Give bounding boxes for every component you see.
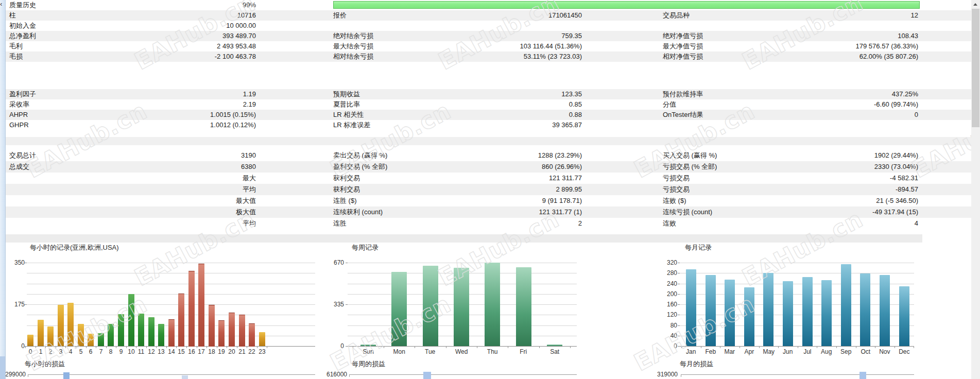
y-axis-label: 670 — [321, 259, 344, 266]
x-axis-label: Sun — [353, 348, 384, 355]
axis-line — [681, 374, 914, 375]
row-label: 连续亏损 (count) — [663, 206, 772, 218]
chart-bar — [783, 281, 793, 346]
row-label: 毛利 — [5, 41, 128, 51]
y-axis-label: 120 — [655, 311, 677, 318]
vertical-scrollbar[interactable] — [971, 0, 980, 379]
row-gap — [256, 21, 333, 31]
x-tick — [166, 346, 167, 348]
row-value: 9 (91 178.71) — [463, 195, 582, 206]
y-axis-label: 40 — [655, 332, 677, 339]
y-axis-label: 160 — [655, 301, 677, 308]
x-axis-label: Mon — [384, 348, 415, 355]
row-value: 21 (-5 346.50) — [772, 195, 918, 206]
y-tick — [25, 263, 27, 263]
table-row: 初始入金10 000.00 — [5, 21, 971, 31]
y-axis-label: 335 — [321, 301, 344, 308]
row-value — [772, 120, 918, 130]
row-gap — [582, 31, 663, 41]
x-tick — [759, 346, 760, 348]
row-label — [5, 206, 128, 218]
chart-bar — [63, 372, 70, 379]
y-axis-label: 80 — [655, 322, 677, 329]
row-value: 极大值 — [128, 206, 256, 218]
row-label: 盈利因子 — [5, 89, 128, 99]
y-axis-label: 175 — [5, 301, 25, 308]
chart-bar — [259, 332, 265, 346]
x-tick — [45, 346, 46, 348]
y-tick — [678, 284, 680, 284]
row-value: 4 — [772, 218, 918, 229]
row-label: 连败 — [663, 218, 772, 229]
row-gap — [582, 218, 663, 229]
chart-bar — [218, 320, 225, 347]
x-axis-label: 23 — [256, 348, 268, 355]
x-axis-label: Sep — [836, 348, 856, 355]
row-label: 绝对结余亏损 — [333, 31, 463, 41]
row-label: 总成交 — [5, 161, 128, 173]
row-gap — [256, 51, 333, 62]
gridline — [680, 273, 914, 273]
table-spacer-band — [5, 137, 971, 145]
x-tick — [740, 346, 740, 348]
row-value: 1.0015 (0.15%) — [128, 110, 256, 120]
row-label: LR 相关性 — [333, 110, 463, 120]
chart-bar — [229, 313, 235, 347]
table-spacer — [5, 130, 971, 137]
row-gap — [582, 41, 663, 51]
row-value: 平均 — [128, 218, 256, 229]
row-value: 2 899.95 — [463, 184, 582, 195]
chart-bar — [158, 324, 164, 346]
row-value: -6.60 (99.74%) — [772, 99, 918, 110]
x-tick — [136, 346, 136, 348]
chart-bar — [78, 324, 84, 346]
row-value: 860 (26.96%) — [463, 161, 582, 173]
row-gap — [256, 150, 333, 161]
y-axis-label: 0 — [655, 342, 677, 350]
row-value: 103 116.44 (51.36%) — [463, 41, 582, 51]
row-label: 交易总计 — [5, 150, 128, 161]
row-value: 179 576.57 (36.33%) — [772, 41, 918, 51]
x-tick — [237, 346, 237, 348]
row-label: 连续获利 (count) — [333, 206, 463, 218]
gridline — [348, 346, 577, 347]
y-tick — [25, 304, 27, 305]
x-tick — [701, 346, 701, 348]
scrollbar-up-button[interactable] — [971, 0, 980, 9]
chevron-left-icon[interactable]: ‹ — [0, 1, 2, 8]
chart-bar — [423, 372, 431, 379]
x-axis-label: Tue — [415, 348, 445, 355]
row-label: 相对结余亏损 — [333, 51, 463, 62]
scrollbar-thumb[interactable] — [972, 9, 979, 127]
row-gap — [582, 10, 663, 21]
x-tick — [508, 346, 508, 348]
chart-title: 每小时的损益 — [25, 359, 65, 369]
y-axis-label: 320 — [655, 259, 677, 266]
row-gap — [256, 10, 333, 21]
row-value: 10716 — [128, 10, 256, 21]
row-value: 393 489.70 — [128, 31, 256, 41]
row-label: 质量历史 — [5, 0, 128, 10]
chart-bar — [209, 305, 215, 347]
y-tick — [678, 346, 680, 347]
row-value: 759.35 — [463, 31, 582, 41]
row-label: 最大结余亏损 — [333, 41, 463, 51]
x-tick — [353, 346, 353, 348]
x-tick — [836, 346, 837, 348]
left-panel-edge[interactable]: ‹ — [0, 0, 6, 379]
row-label: 毛损 — [5, 51, 128, 62]
x-tick — [247, 346, 247, 348]
y-axis-label: 350 — [5, 259, 25, 266]
x-tick — [539, 346, 540, 348]
x-tick — [207, 346, 207, 348]
chart-bar — [47, 326, 54, 346]
row-value: 123.35 — [463, 89, 582, 99]
row-label — [5, 195, 128, 206]
row-label: 亏损交易 — [663, 184, 772, 195]
row-label: LR 标准误差 — [333, 120, 463, 130]
x-axis-label: Jun — [778, 348, 798, 355]
row-gap — [582, 173, 663, 184]
row-gap — [256, 99, 333, 110]
x-tick — [914, 346, 914, 348]
row-label: 报价 — [333, 10, 463, 21]
